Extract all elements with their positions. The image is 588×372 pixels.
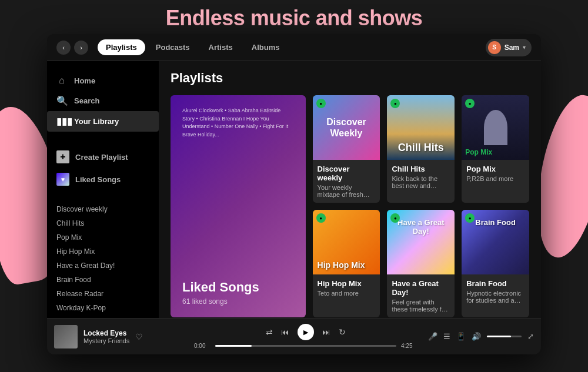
fullscreen-button[interactable]: ⤢: [527, 332, 534, 341]
like-button[interactable]: ♡: [135, 332, 143, 341]
sidebar-playlist-list: Discover weekly Chill Hits Pop Mix Hip H…: [47, 200, 159, 318]
playlist-card-hip-hop-mix[interactable]: ● Hip Hop Mix Hip Hop Mix Teto and more: [313, 210, 380, 317]
list-item[interactable]: Chill Hits: [47, 216, 159, 230]
liked-songs-title: Liked Songs: [182, 280, 294, 295]
now-playing-left: Locked Eyes Mystery Friends ♡: [54, 325, 183, 348]
previous-button[interactable]: ⏮: [281, 327, 289, 337]
playlist-card-discover-weekly[interactable]: ● DiscoverWeekly Discover weekly Your we…: [313, 95, 380, 203]
next-button[interactable]: ⏭: [322, 327, 330, 337]
great-day-info: Have a Great Day! Feel great with these …: [387, 274, 455, 317]
search-icon: 🔍: [56, 95, 67, 106]
card-desc: Kick back to the best new and recent chi…: [392, 175, 450, 189]
card-title: Discover weekly: [318, 165, 376, 182]
list-item[interactable]: Pop Mix: [47, 230, 159, 244]
top-bar: ‹ › Playlists Podcasts Artists Albums S …: [47, 34, 541, 61]
liked-songs-icon: ♥: [56, 173, 69, 186]
sidebar-item-search[interactable]: 🔍 Search: [47, 91, 159, 111]
shuffle-button[interactable]: ⇄: [266, 327, 273, 337]
card-title: Hip Hop Mix: [318, 279, 376, 288]
create-playlist-icon: +: [56, 150, 69, 163]
playlist-card-great-day[interactable]: ● Have a Great Day! Have a Great Day! Fe…: [387, 210, 455, 317]
spotify-badge: ●: [465, 213, 475, 223]
track-artist: Mystery Friends: [83, 337, 129, 344]
spotify-badge: ●: [316, 99, 326, 108]
discover-label: DiscoverWeekly: [326, 116, 366, 139]
play-pause-button[interactable]: ▶: [298, 324, 314, 340]
playlists-grid: Akurei Clockwork • Saba Abraha Ea$tside …: [171, 95, 529, 318]
queue-button[interactable]: ☰: [443, 332, 450, 341]
brain-food-info: Brain Food Hypnotic electronic for studi…: [462, 274, 529, 309]
user-menu[interactable]: S Sam ▾: [486, 39, 532, 56]
list-item[interactable]: Hip Hop Mix: [47, 244, 159, 259]
track-info: Locked Eyes Mystery Friends: [83, 329, 129, 344]
sidebar-label-home: Home: [74, 76, 95, 85]
time-current: 0:00: [194, 343, 211, 349]
sidebar-create-playlist[interactable]: + Create Playlist: [47, 146, 159, 168]
card-desc: Teto and more: [318, 290, 376, 297]
track-name: Locked Eyes: [83, 329, 129, 337]
lyrics-button[interactable]: 🎤: [428, 332, 437, 341]
tab-playlists[interactable]: Playlists: [98, 39, 145, 55]
chill-hits-info: Chill Hits Kick back to the best new and…: [387, 160, 455, 194]
tab-albums[interactable]: Albums: [243, 39, 288, 55]
progress-track[interactable]: [215, 345, 396, 347]
liked-songs-tracks-preview: Akurei Clockwork • Saba Abraha Ea$tside …: [182, 107, 294, 139]
library-icon: ▮▮▮: [56, 116, 67, 127]
now-playing-center: ⇄ ⏮ ▶ ⏭ ↻ 0:00 4:25: [183, 324, 428, 349]
list-item[interactable]: Release Radar: [47, 287, 159, 301]
card-desc: Feel great with these timelessly fun son…: [392, 299, 450, 313]
home-icon: ⌂: [56, 75, 67, 86]
brain-food-label: Brain Food: [475, 218, 516, 227]
tab-podcasts[interactable]: Podcasts: [148, 39, 198, 55]
playlist-card-pop-mix[interactable]: ● Pop Mix Pop Mix P,R2B and more: [462, 95, 529, 203]
playback-controls: ⇄ ⏮ ▶ ⏭ ↻: [266, 324, 346, 340]
list-item[interactable]: Brain Food: [47, 273, 159, 287]
sidebar-liked-songs[interactable]: ♥ Liked Songs: [47, 168, 159, 190]
pop-mix-info: Pop Mix P,R2B and more: [462, 160, 529, 187]
card-title: Brain Food: [466, 279, 524, 288]
chill-hits-cover: ● Chill Hits: [387, 95, 455, 160]
sidebar-nav: ⌂ Home 🔍 Search ▮▮▮ Your Library: [47, 66, 159, 136]
user-name: Sam: [505, 43, 519, 52]
discover-weekly-cover: ● DiscoverWeekly: [313, 95, 380, 160]
card-desc: Hypnotic electronic for studies and a re…: [466, 290, 524, 304]
devices-button[interactable]: 📱: [456, 332, 466, 341]
chevron-down-icon: ▾: [523, 44, 526, 51]
sidebar-item-library[interactable]: ▮▮▮ Your Library: [47, 111, 159, 132]
playlist-card-chill-hits[interactable]: ● Chill Hits Chill Hits Kick back to the…: [387, 95, 455, 203]
now-playing-right: 🎤 ☰ 📱 🔊 ⤢: [428, 332, 534, 341]
repeat-button[interactable]: ↻: [339, 327, 346, 337]
list-item[interactable]: Discover weekly: [47, 202, 159, 216]
sidebar-item-home[interactable]: ⌂ Home: [47, 71, 159, 91]
back-button[interactable]: ‹: [56, 41, 71, 55]
app-window: ‹ › Playlists Podcasts Artists Albums S …: [47, 34, 541, 354]
playlist-card-brain-food[interactable]: ● Brain Food Brain Food Hypnotic electro…: [462, 210, 529, 317]
list-item[interactable]: Workday K-Pop: [47, 301, 159, 315]
pop-mix-label: Pop Mix: [465, 148, 492, 156]
sidebar-label-library: Your Library: [74, 117, 119, 126]
spotify-badge: ●: [390, 99, 400, 108]
spotify-badge: ●: [316, 213, 326, 223]
progress-fill: [215, 345, 252, 347]
list-item[interactable]: Have a Great Day!: [47, 259, 159, 273]
volume-control[interactable]: [487, 336, 522, 337]
discover-weekly-info: Discover weekly Your weekly mixtape of f…: [313, 160, 380, 203]
content-area: Playlists Akurei Clockwork • Saba Abraha…: [159, 61, 541, 318]
now-playing-bar: Locked Eyes Mystery Friends ♡ ⇄ ⏮ ▶ ⏭ ↻ …: [47, 318, 541, 354]
sidebar-liked-label: Liked Songs: [75, 175, 121, 184]
playlist-card-liked-songs[interactable]: Akurei Clockwork • Saba Abraha Ea$tside …: [171, 95, 306, 317]
user-avatar: S: [488, 41, 501, 54]
forward-button[interactable]: ›: [74, 41, 88, 55]
volume-icon: 🔊: [472, 332, 481, 341]
sidebar-label-search: Search: [74, 96, 99, 105]
nav-arrows: ‹ ›: [56, 41, 88, 55]
tab-artists[interactable]: Artists: [201, 39, 241, 55]
main-layout: ⌂ Home 🔍 Search ▮▮▮ Your Library + Creat…: [47, 61, 541, 318]
card-title: Have a Great Day!: [392, 279, 450, 297]
hip-hop-label: Hip Hop Mix: [318, 260, 365, 270]
volume-fill: [487, 336, 511, 337]
sidebar: ⌂ Home 🔍 Search ▮▮▮ Your Library + Creat…: [47, 61, 159, 318]
person-silhouette: [484, 110, 507, 145]
card-title: Chill Hits: [392, 165, 450, 173]
content-title: Playlists: [171, 71, 529, 86]
